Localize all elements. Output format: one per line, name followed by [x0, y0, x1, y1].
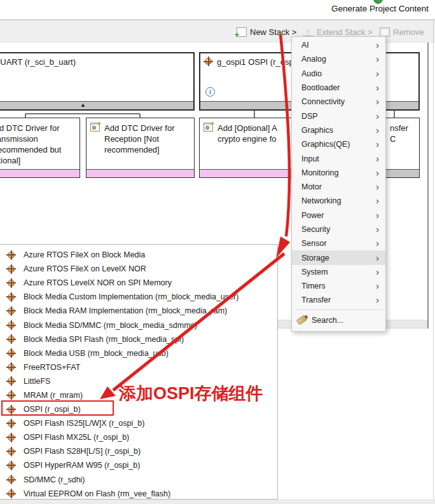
storage-list-item[interactable]: SD/MMC (r_sdhi)	[0, 473, 277, 487]
storage-list-item[interactable]: Block Media SD/MMC (rm_block_media_sdmmc…	[0, 318, 277, 332]
new-stack-button[interactable]: + New Stack >	[237, 26, 296, 37]
storage-list-item[interactable]: OSPI Flash IS25[L/W]X (r_ospi_b)	[0, 416, 277, 430]
remove-label: Remove	[393, 27, 424, 37]
storage-list-item-label: LittleFS	[24, 377, 50, 386]
submenu-arrow-icon: ›	[376, 55, 379, 63]
add-dtc-tx-box[interactable]: Add DTC Driver for Transmission [Recomme…	[0, 118, 80, 178]
add-stack-icon: +	[204, 123, 213, 132]
menu-item[interactable]: Analog ›	[292, 52, 385, 66]
storage-list-item[interactable]: Virtual EEPROM on Flash (rm_vee_flash)	[0, 487, 277, 501]
uart-stack-box[interactable]: uart8 UART (r_sci_b_uart) ▲	[0, 52, 195, 111]
uart-stack-collapse-bar[interactable]: ▲	[0, 101, 193, 109]
storage-list-item[interactable]: Azure RTOS FileX on LevelX NOR	[0, 262, 277, 276]
storage-list-item[interactable]: OSPI Flash S28H[L/S] (r_ospi_b)	[0, 444, 277, 458]
storage-list-item-label: Block Media SPI Flash (rm_block_media_sp…	[24, 335, 184, 344]
menu-item-label: DSP	[301, 112, 376, 121]
storage-list-item-label: Azure RTOS FileX on LevelX NOR	[24, 264, 146, 273]
menu-item[interactable]: Input ›	[292, 151, 385, 165]
menu-item[interactable]: DSP ›	[292, 109, 385, 123]
menu-item-label: Networking	[301, 196, 376, 205]
menu-item-label: Monitoring	[301, 168, 376, 177]
storage-list-item[interactable]: Block Media Custom Implementation (rm_bl…	[0, 290, 277, 304]
storage-components-panel: Azure RTOS FileX on Block Media Azure RT…	[0, 244, 278, 500]
extend-stack-label: Extend Stack >	[317, 27, 373, 37]
menu-item[interactable]: Bootloader ›	[292, 81, 385, 95]
submenu-arrow-icon: ›	[376, 98, 379, 106]
menu-item-label: Input	[301, 154, 376, 163]
menu-item[interactable]: Power ›	[292, 208, 385, 222]
menu-item[interactable]: Audio ›	[292, 67, 385, 81]
menu-item[interactable]: Storage ›	[292, 250, 385, 264]
storage-list-item-label: SD/MMC (r_sdhi)	[24, 475, 85, 484]
add-dtc-rx-bar	[86, 169, 194, 177]
storage-list-item[interactable]: Azure RTOS FileX on Block Media	[0, 248, 277, 262]
fsp-stacks-configurator: Generate Project Content + New Stack > ↑…	[0, 0, 435, 504]
module-icon	[7, 447, 15, 456]
menu-item[interactable]: Monitoring ›	[292, 166, 385, 180]
menu-item-label: Bootloader	[301, 83, 376, 92]
storage-list-item[interactable]: Block Media RAM Implementation (rm_block…	[0, 304, 277, 318]
menu-item-label: Audio	[301, 69, 376, 78]
submenu-arrow-icon: ›	[376, 226, 379, 233]
remove-button[interactable]: Remove	[380, 26, 424, 37]
new-stack-icon: +	[237, 27, 247, 37]
storage-list-item-label: Virtual EEPROM on Flash (rm_vee_flash)	[24, 489, 170, 498]
module-icon	[7, 405, 15, 414]
storage-list-item[interactable]: Azure RTOS LevelX NOR on SPI Memory	[0, 276, 277, 290]
new-stack-menu-items: AI › Analog › Audio › Bootloader › Conne…	[292, 38, 385, 308]
menu-item[interactable]: Security ›	[292, 222, 385, 236]
storage-list-item-label: Block Media SD/MMC (rm_block_media_sdmmc…	[24, 321, 197, 330]
add-crypto-label-line1: Add [Optional] A	[218, 123, 277, 133]
storage-list-item[interactable]: OSPI (r_ospi_b)	[0, 402, 277, 416]
menu-item-label: Sensor	[301, 239, 376, 248]
diagram-pane-border	[427, 43, 429, 329]
menu-item[interactable]: Connectivity ›	[292, 95, 385, 109]
menu-item-label: Analog	[301, 55, 376, 64]
collapse-triangle-icon[interactable]: ▲	[80, 101, 86, 109]
menu-item[interactable]: Graphics ›	[292, 123, 385, 137]
menu-item[interactable]: Sensor ›	[292, 236, 385, 250]
submenu-arrow-icon: ›	[376, 282, 379, 290]
menu-item-label: Transfer	[301, 296, 376, 304]
add-dtc-rx-box[interactable]: + Add DTC Driver for Reception [Not reco…	[86, 118, 195, 178]
storage-list-item-label: Block Media USB (rm_block_media_usb)	[24, 349, 169, 358]
module-icon	[7, 251, 15, 259]
storage-list-item[interactable]: FreeRTOS+FAT	[0, 360, 277, 374]
menu-item[interactable]: System ›	[292, 265, 385, 279]
module-icon	[204, 57, 212, 65]
uart-stack-label: uart8 UART (r_sci_b_uart)	[0, 57, 76, 67]
generate-project-content-label[interactable]: Generate Project Content	[331, 4, 429, 13]
storage-list-item[interactable]: LittleFS	[0, 374, 277, 388]
menu-item-label: AI	[301, 41, 376, 50]
menu-search-label: Search...	[312, 316, 343, 325]
module-icon	[7, 489, 15, 498]
storage-list-item[interactable]: OSPI HyperRAM W95 (r_ospi_b)	[0, 458, 277, 472]
storage-list-item[interactable]: OSPI Flash MX25L (r_ospi_b)	[0, 430, 277, 444]
info-icon[interactable]: i	[205, 87, 215, 97]
menu-item-search[interactable]: Search...	[292, 312, 385, 329]
submenu-arrow-icon: ›	[376, 268, 379, 276]
menu-item[interactable]: Timers ›	[292, 279, 385, 293]
submenu-arrow-icon: ›	[376, 240, 379, 247]
remove-icon	[380, 27, 390, 37]
storage-list-item[interactable]: Block Media USB (rm_block_media_usb)	[0, 346, 277, 360]
menu-item[interactable]: Transfer ›	[292, 293, 385, 307]
module-icon	[7, 335, 15, 343]
submenu-arrow-icon: ›	[376, 155, 379, 163]
module-icon	[7, 321, 15, 329]
menu-item[interactable]: AI ›	[292, 38, 385, 52]
submenu-arrow-icon: ›	[376, 112, 379, 120]
module-icon	[7, 307, 15, 315]
storage-list-item[interactable]: Block Media SPI Flash (rm_block_media_sp…	[0, 332, 277, 346]
storage-list-item-label: OSPI (r_ospi_b)	[24, 405, 81, 414]
menu-item[interactable]: Networking ›	[292, 194, 385, 208]
storage-list-item-label: OSPI Flash MX25L (r_ospi_b)	[24, 433, 129, 442]
submenu-arrow-icon: ›	[376, 169, 379, 177]
menu-item[interactable]: Motor ›	[292, 180, 385, 194]
menu-item-label: Motor	[301, 182, 376, 191]
storage-list-item[interactable]: MRAM (r_mram)	[0, 388, 277, 402]
storage-list-item-label: OSPI HyperRAM W95 (r_ospi_b)	[24, 461, 140, 470]
submenu-arrow-icon: ›	[376, 84, 379, 92]
menu-item[interactable]: Graphics(QE) ›	[292, 137, 385, 151]
menu-item-label: Security	[301, 225, 376, 234]
